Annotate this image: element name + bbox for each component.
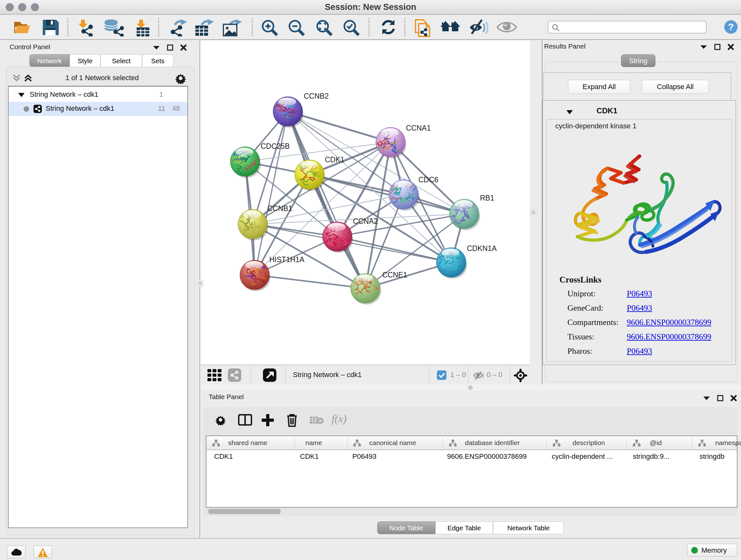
svg-text:?: ?	[728, 21, 734, 32]
svg-text:CCNB2: CCNB2	[304, 92, 329, 100]
svg-text:RB1: RB1	[480, 194, 494, 202]
svg-text:CCNE1: CCNE1	[382, 271, 407, 279]
svg-text:CDK1: CDK1	[325, 155, 344, 164]
svg-text:CDKN1A: CDKN1A	[467, 244, 497, 253]
svg-text:HIST1H1A: HIST1H1A	[269, 255, 305, 264]
svg-text:CCNA2: CCNA2	[353, 217, 378, 226]
svg-text:CDC25B: CDC25B	[261, 142, 290, 150]
svg-text:CDC6: CDC6	[418, 176, 439, 184]
svg-text:CCNB1: CCNB1	[267, 204, 292, 212]
svg-text:CCNA1: CCNA1	[406, 124, 431, 132]
